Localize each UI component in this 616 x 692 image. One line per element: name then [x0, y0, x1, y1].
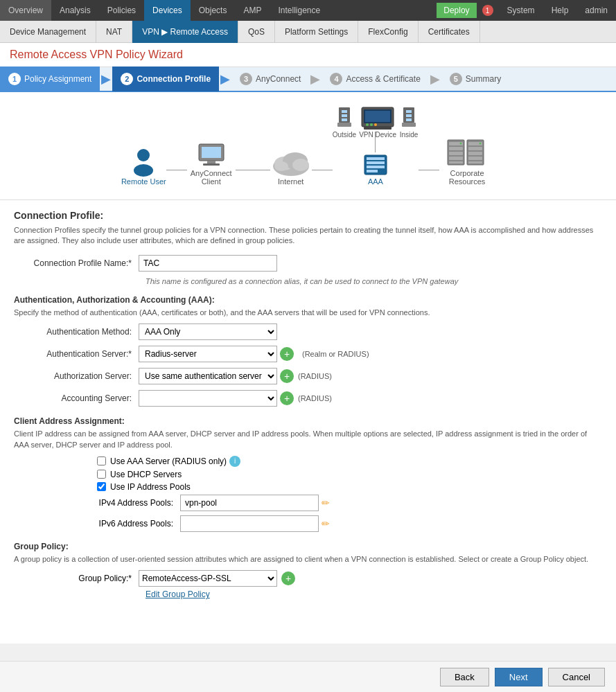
use-ip-pools-checkbox[interactable] [97, 482, 106, 491]
wizard-arrow-2: ▶ [220, 71, 230, 87]
page-title: Remote Access VPN Policy Wizard [10, 48, 606, 61]
client-address-title: Client Address Assignment: [14, 416, 602, 426]
auth-method-select[interactable]: AAA Only Certificate Only AAA or Certifi… [139, 323, 277, 340]
edit-group-policy-link[interactable]: Edit Group Policy [146, 589, 210, 599]
nav-nat[interactable]: NAT [96, 21, 132, 43]
nav-objects[interactable]: Objects [191, 0, 236, 21]
ipv6-pool-row: IPv6 Address Pools: ✏ [97, 515, 602, 532]
auth-server-hint: (Realm or RADIUS) [302, 350, 369, 358]
step-3-num: 3 [240, 73, 252, 85]
svg-rect-5 [203, 163, 220, 166]
corporate-resources-icon [446, 139, 488, 169]
network-diagram: Remote User AnyConnect Client [0, 92, 616, 200]
wizard-step-5[interactable]: 5 Summary [441, 66, 509, 91]
wizard-steps-bar: 1 Policy Assignment ▶ 2 Connection Profi… [0, 67, 616, 92]
svg-point-1 [134, 164, 153, 177]
use-dhcp-label: Use DHCP Servers [110, 470, 182, 479]
edit-group-policy-row: Edit Group Policy [14, 589, 602, 599]
second-navigation: Device Management NAT VPN ▶ Remote Acces… [0, 21, 616, 43]
remote-user-icon [128, 147, 159, 177]
svg-rect-14 [342, 118, 347, 121]
auth-server-select[interactable]: Radius-server [139, 346, 277, 362]
wizard-step-1[interactable]: 1 Policy Assignment [0, 66, 100, 91]
ipv4-pool-edit-icon[interactable]: ✏ [322, 497, 330, 508]
step-1-num: 1 [8, 73, 21, 85]
svg-point-19 [366, 123, 369, 126]
connection-profile-name-input[interactable] [139, 255, 277, 272]
auth-method-label: Authentication Method: [14, 327, 139, 337]
group-policy-select[interactable]: RemoteAccess-GP-SSL [139, 570, 277, 587]
node-outside: Outside [333, 106, 356, 139]
anyconnect-icon [196, 139, 227, 169]
aaa-icon [363, 152, 388, 177]
nav-admin[interactable]: admin [577, 0, 616, 21]
svg-rect-24 [406, 110, 412, 113]
step-5-label: Summary [466, 74, 501, 84]
step-2-num: 2 [121, 73, 133, 85]
nav-policies[interactable]: Policies [99, 0, 144, 21]
authz-server-select[interactable]: Use same authentication server [139, 368, 277, 384]
svg-rect-13 [342, 114, 347, 117]
address-pools-area: IPv4 Address Pools: ✏ IPv6 Address Pools… [97, 495, 602, 532]
acct-server-label: Accounting Server: [14, 393, 139, 403]
nav-platform-settings[interactable]: Platform Settings [275, 21, 358, 43]
ipv6-pool-edit-icon[interactable]: ✏ [322, 518, 330, 529]
ipv6-pool-input[interactable] [180, 515, 319, 532]
svg-rect-25 [406, 114, 412, 117]
info-icon[interactable]: i [229, 456, 240, 467]
nav-flexconfig[interactable]: FlexConfig [358, 21, 418, 43]
svg-point-46 [479, 143, 482, 145]
step-4-label: Access & Certificate [346, 74, 420, 84]
nav-device-management[interactable]: Device Management [0, 21, 96, 43]
next-button[interactable]: Next [495, 668, 543, 686]
nav-qos[interactable]: QoS [238, 21, 275, 43]
nav-vpn-remote-access[interactable]: VPN ▶ Remote Access [132, 21, 238, 43]
nav-intelligence[interactable]: Intelligence [270, 0, 328, 21]
nav-amp[interactable]: AMP [235, 0, 270, 21]
nav-analysis[interactable]: Analysis [51, 0, 99, 21]
authz-server-hint: (RADIUS) [298, 372, 332, 380]
vpn-device-icon [360, 106, 395, 131]
cancel-button[interactable]: Cancel [548, 668, 605, 686]
authz-server-add-button[interactable]: + [280, 369, 294, 383]
use-ip-pools-row: Use IP Address Pools [97, 482, 602, 492]
ipv4-pool-input[interactable] [180, 495, 319, 511]
main-content: Connection Profile: Connection Profiles … [0, 200, 616, 644]
acct-server-add-button[interactable]: + [280, 391, 294, 405]
wizard-step-4[interactable]: 4 Access & Certificate [322, 66, 428, 91]
nav-devices[interactable]: Devices [144, 0, 191, 21]
svg-rect-35 [449, 147, 463, 150]
acct-server-select[interactable] [139, 390, 277, 407]
connection-profile-hint-row: This name is configured as a connection … [14, 277, 602, 285]
internet-icon [270, 147, 312, 177]
auth-server-row: Authentication Server:* Radius-server + … [14, 346, 602, 362]
use-aaa-checkbox[interactable] [97, 456, 106, 465]
node-aaa-label: AAA [368, 177, 383, 186]
group-policy-row: Group Policy:* RemoteAccess-GP-SSL + [14, 570, 602, 587]
svg-rect-3 [202, 147, 221, 158]
back-button[interactable]: Back [440, 668, 489, 686]
ipv4-pool-label: IPv4 Address Pools: [97, 498, 180, 508]
use-ip-pools-label: Use IP Address Pools [110, 482, 191, 492]
wizard-step-2[interactable]: 2 Connection Profile [112, 66, 219, 91]
use-aaa-label: Use AAA Server (RADIUS only) [110, 456, 227, 466]
auth-server-add-button[interactable]: + [280, 347, 294, 361]
svg-rect-37 [449, 157, 463, 160]
step-5-num: 5 [450, 73, 462, 85]
connection-profile-section: Connection Profile: Connection Profiles … [14, 210, 602, 285]
footer-buttons: Back Next Cancel [0, 661, 616, 692]
svg-rect-12 [342, 110, 347, 113]
use-dhcp-checkbox[interactable] [97, 470, 106, 479]
node-remote-user-label: Remote User [121, 177, 166, 186]
nav-help[interactable]: Help [543, 0, 577, 21]
aaa-section-content: Authentication, Authorization & Accounti… [14, 295, 602, 407]
nav-certificates[interactable]: Certificates [419, 21, 480, 43]
nav-system[interactable]: System [499, 0, 543, 21]
wizard-step-3[interactable]: 3 AnyConnect [231, 66, 309, 91]
use-aaa-row: Use AAA Server (RADIUS only) i [97, 456, 602, 467]
nav-overview[interactable]: Overview [0, 0, 51, 21]
acct-server-hint: (RADIUS) [298, 394, 332, 402]
group-policy-add-button[interactable]: + [281, 571, 295, 585]
alert-badge: 1 [482, 5, 493, 16]
deploy-button[interactable]: Deploy [437, 3, 476, 18]
